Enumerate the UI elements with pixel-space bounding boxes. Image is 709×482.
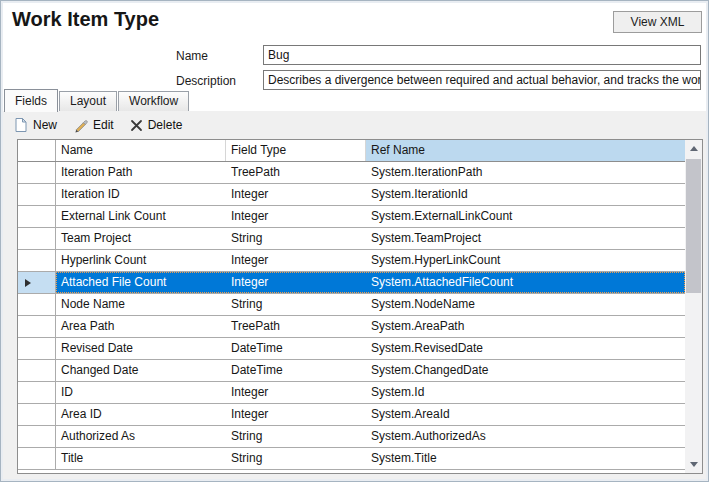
row-cells: Authorized As String System.AuthorizedAs xyxy=(56,426,685,447)
field-name-cell[interactable]: Authorized As xyxy=(56,426,226,447)
field-type-cell[interactable]: String xyxy=(226,426,366,447)
field-type-cell[interactable]: Integer xyxy=(226,250,366,271)
column-header-rowheader[interactable] xyxy=(18,140,56,161)
edit-pencil-icon xyxy=(73,118,88,133)
field-ref-name-cell[interactable]: System.ExternalLinkCount xyxy=(366,206,685,227)
field-type-cell[interactable]: Integer xyxy=(226,382,366,403)
field-name-cell[interactable]: Attached File Count xyxy=(56,272,226,293)
column-header-field-type[interactable]: Field Type xyxy=(226,140,366,161)
field-ref-name-cell[interactable]: System.Title xyxy=(366,448,685,469)
row-header-cell[interactable] xyxy=(18,206,56,227)
scroll-up-arrow[interactable] xyxy=(685,140,702,157)
column-header-ref-name[interactable]: Ref Name xyxy=(366,140,685,161)
field-name-cell[interactable]: Team Project xyxy=(56,228,226,249)
field-ref-name-cell[interactable]: System.AreaId xyxy=(366,404,685,425)
row-header-cell[interactable] xyxy=(18,316,56,337)
field-type-cell[interactable]: Integer xyxy=(226,404,366,425)
field-name-cell[interactable]: External Link Count xyxy=(56,206,226,227)
scrollbar-thumb[interactable] xyxy=(686,159,701,293)
field-type-cell[interactable]: DateTime xyxy=(226,338,366,359)
field-ref-name-cell[interactable]: System.IterationId xyxy=(366,184,685,205)
tab-workflow[interactable]: Workflow xyxy=(118,91,189,111)
description-label: Description xyxy=(176,74,236,88)
field-name-cell[interactable]: Changed Date xyxy=(56,360,226,381)
field-type-cell[interactable]: String xyxy=(226,294,366,315)
field-ref-name-cell[interactable]: System.AreaPath xyxy=(366,316,685,337)
field-ref-name-cell[interactable]: System.Id xyxy=(366,382,685,403)
row-header-cell[interactable] xyxy=(18,426,56,447)
field-ref-name-cell[interactable]: System.RevisedDate xyxy=(366,338,685,359)
row-header-cell[interactable] xyxy=(18,338,56,359)
row-cells: Changed Date DateTime System.ChangedDate xyxy=(56,360,685,381)
row-header-cell[interactable] xyxy=(18,294,56,315)
field-type-cell[interactable]: TreePath xyxy=(226,162,366,183)
delete-x-icon xyxy=(130,119,143,132)
grid-rows: Iteration Path TreePath System.Iteration… xyxy=(18,162,685,470)
row-header-cell[interactable] xyxy=(18,404,56,425)
field-name-cell[interactable]: Node Name xyxy=(56,294,226,315)
field-type-cell[interactable]: TreePath xyxy=(226,316,366,337)
field-row[interactable]: ID Integer System.Id xyxy=(18,382,685,404)
field-row[interactable]: Revised Date DateTime System.RevisedDate xyxy=(18,338,685,360)
row-header-cell[interactable] xyxy=(18,272,56,293)
row-header-cell[interactable] xyxy=(18,382,56,403)
field-name-cell[interactable]: Revised Date xyxy=(56,338,226,359)
row-cells: Team Project String System.TeamProject xyxy=(56,228,685,249)
field-row[interactable]: Area ID Integer System.AreaId xyxy=(18,404,685,426)
field-row[interactable]: Node Name String System.NodeName xyxy=(18,294,685,316)
row-cells: Iteration Path TreePath System.Iteration… xyxy=(56,162,685,183)
tab-layout[interactable]: Layout xyxy=(59,91,117,111)
field-ref-name-cell[interactable]: System.HyperLinkCount xyxy=(366,250,685,271)
field-ref-name-cell[interactable]: System.ChangedDate xyxy=(366,360,685,381)
field-name-cell[interactable]: Area ID xyxy=(56,404,226,425)
field-name-cell[interactable]: Hyperlink Count xyxy=(56,250,226,271)
field-name-cell[interactable]: Iteration ID xyxy=(56,184,226,205)
row-header-cell[interactable] xyxy=(18,228,56,249)
field-name-cell[interactable]: Area Path xyxy=(56,316,226,337)
row-header-cell[interactable] xyxy=(18,448,56,469)
row-cells: ID Integer System.Id xyxy=(56,382,685,403)
field-type-cell[interactable]: Integer xyxy=(226,184,366,205)
field-type-cell[interactable]: Integer xyxy=(226,206,366,227)
field-row[interactable]: Changed Date DateTime System.ChangedDate xyxy=(18,360,685,382)
field-ref-name-cell[interactable]: System.NodeName xyxy=(366,294,685,315)
new-button-label: New xyxy=(33,118,57,132)
delete-button[interactable]: Delete xyxy=(127,117,186,133)
field-row[interactable]: Iteration Path TreePath System.Iteration… xyxy=(18,162,685,184)
field-row[interactable]: External Link Count Integer System.Exter… xyxy=(18,206,685,228)
name-input[interactable]: Bug xyxy=(263,45,701,65)
field-type-cell[interactable]: String xyxy=(226,228,366,249)
field-name-cell[interactable]: Title xyxy=(56,448,226,469)
field-row[interactable]: Team Project String System.TeamProject xyxy=(18,228,685,250)
field-ref-name-cell[interactable]: System.IterationPath xyxy=(366,162,685,183)
tab-fields[interactable]: Fields xyxy=(4,89,58,112)
field-name-cell[interactable]: Iteration Path xyxy=(56,162,226,183)
field-row[interactable]: Area Path TreePath System.AreaPath xyxy=(18,316,685,338)
new-document-icon xyxy=(14,117,28,133)
page-title: Work Item Type xyxy=(12,8,159,31)
edit-button[interactable]: Edit xyxy=(70,117,117,134)
scroll-down-arrow[interactable] xyxy=(685,456,702,473)
field-row[interactable]: Attached File Count Integer System.Attac… xyxy=(18,272,685,294)
field-ref-name-cell[interactable]: System.AuthorizedAs xyxy=(366,426,685,447)
column-header-name[interactable]: Name xyxy=(56,140,226,161)
field-row[interactable]: Authorized As String System.AuthorizedAs xyxy=(18,426,685,448)
field-type-cell[interactable]: DateTime xyxy=(226,360,366,381)
description-input[interactable]: Describes a divergence between required … xyxy=(263,70,701,90)
field-row[interactable]: Iteration ID Integer System.IterationId xyxy=(18,184,685,206)
vertical-scrollbar[interactable] xyxy=(685,140,702,473)
row-header-cell[interactable] xyxy=(18,250,56,271)
field-ref-name-cell[interactable]: System.TeamProject xyxy=(366,228,685,249)
row-header-cell[interactable] xyxy=(18,184,56,205)
view-xml-button[interactable]: View XML xyxy=(613,11,702,33)
field-row[interactable]: Hyperlink Count Integer System.HyperLink… xyxy=(18,250,685,272)
field-type-cell[interactable]: Integer xyxy=(226,272,366,293)
new-button[interactable]: New xyxy=(11,116,60,134)
field-row[interactable]: Title String System.Title xyxy=(18,448,685,470)
field-name-cell[interactable]: ID xyxy=(56,382,226,403)
row-header-cell[interactable] xyxy=(18,162,56,183)
row-header-cell[interactable] xyxy=(18,360,56,381)
field-ref-name-cell[interactable]: System.AttachedFileCount xyxy=(366,272,685,293)
field-type-cell[interactable]: String xyxy=(226,448,366,469)
down-triangle-icon xyxy=(690,462,698,467)
